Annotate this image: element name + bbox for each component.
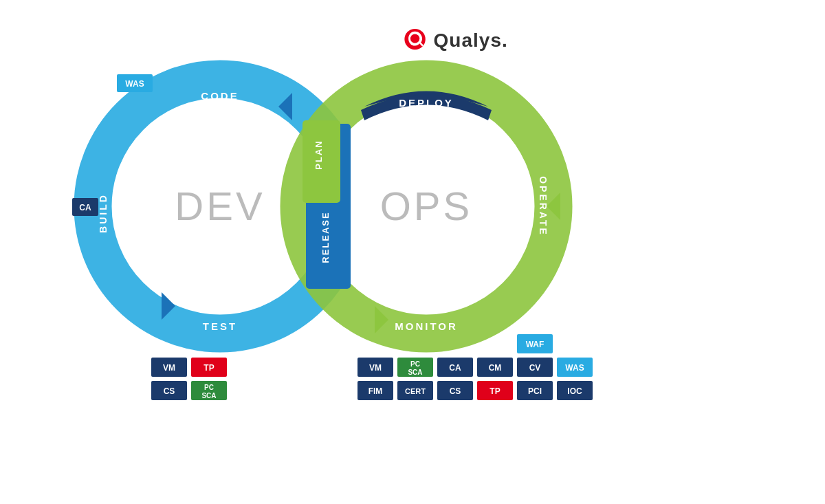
build-label: BUILD: [98, 193, 109, 233]
svg-point-1: [410, 34, 419, 43]
operate-label: OPERATE: [538, 176, 549, 237]
dev-center-label: DEV: [175, 184, 265, 228]
svg-text:WAS: WAS: [565, 363, 584, 373]
svg-text:TP: TP: [490, 386, 500, 396]
deploy-label: DEPLOY: [399, 97, 454, 109]
logo-area: Qualys.: [402, 28, 508, 54]
ca-left-label: CA: [79, 203, 91, 212]
svg-text:IOC: IOC: [567, 386, 582, 396]
svg-text:CS: CS: [164, 386, 175, 396]
svg-text:CERT: CERT: [405, 387, 426, 395]
qualys-icon: [402, 28, 428, 54]
main-container: Qualys. DEV OPS COD: [0, 0, 825, 504]
svg-text:SCA: SCA: [201, 392, 216, 399]
svg-text:PC: PC: [410, 360, 420, 368]
svg-text:CS: CS: [450, 386, 461, 396]
release-label: RELEASE: [320, 211, 331, 263]
qualys-logo-text: Qualys.: [434, 30, 508, 52]
svg-text:CA: CA: [449, 363, 461, 373]
plan-label: PLAN: [314, 140, 324, 169]
svg-text:SCA: SCA: [408, 369, 422, 376]
test-label: TEST: [203, 320, 237, 332]
svg-text:VM: VM: [163, 363, 175, 373]
svg-text:CM: CM: [489, 363, 502, 373]
svg-text:FIM: FIM: [368, 386, 383, 396]
svg-text:WAF: WAF: [526, 340, 544, 349]
ops-center-label: OPS: [380, 184, 473, 228]
svg-text:PCI: PCI: [528, 386, 542, 396]
code-label: CODE: [201, 90, 239, 102]
monitor-label: MONITOR: [395, 320, 458, 332]
devops-diagram: DEV OPS CODE BUILD TEST PLAN RELEASE DEP…: [69, 55, 722, 454]
svg-text:TP: TP: [204, 363, 214, 373]
was-top-left-label: WAS: [125, 79, 144, 89]
svg-text:VM: VM: [369, 363, 382, 373]
svg-text:PC: PC: [204, 384, 214, 391]
svg-text:CV: CV: [529, 363, 541, 373]
